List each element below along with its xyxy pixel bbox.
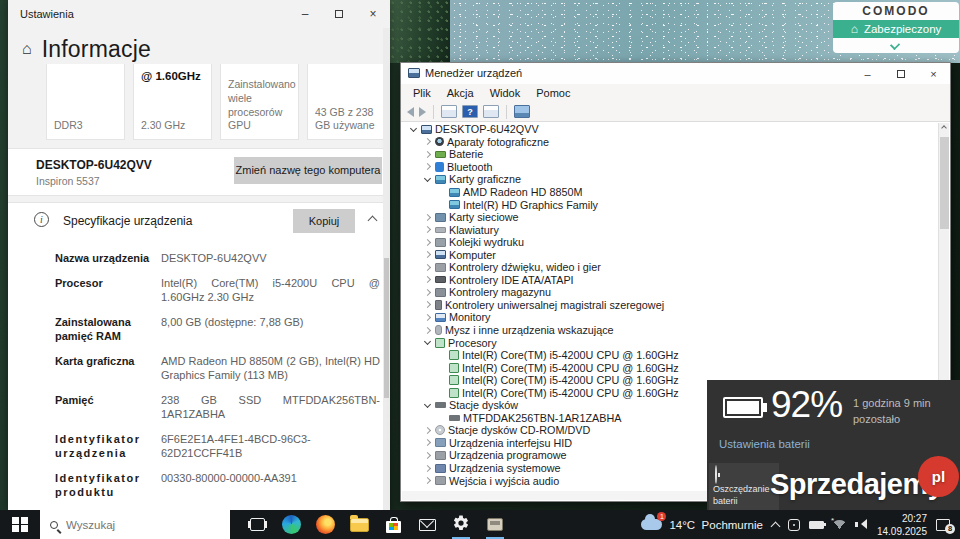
expander-icon[interactable]: [423, 338, 432, 347]
forward-icon[interactable]: [419, 107, 426, 117]
tree-item[interactable]: Kolejki wydruku: [402, 236, 938, 249]
taskbar-app-settings[interactable]: [444, 510, 478, 539]
scan-hardware-icon[interactable]: [483, 105, 499, 118]
tree-item-label: MTFDDAK256TBN-1AR1ZABHA: [463, 412, 621, 424]
back-icon[interactable]: [407, 107, 414, 117]
tray-clock[interactable]: 20:27 14.09.2025: [877, 512, 927, 538]
taskbar-app-explorer[interactable]: [342, 510, 376, 539]
expander-icon[interactable]: [423, 175, 432, 184]
comodo-expand-bar[interactable]: [833, 38, 959, 53]
expander-icon[interactable]: [423, 137, 432, 146]
expander-icon[interactable]: [423, 288, 432, 297]
desktop: Ustawienia – × ⌂ Informacje DDR3@ 1.60GH…: [0, 0, 960, 539]
tree-item-label: Kontrolery uniwersalnej magistrali szere…: [445, 299, 664, 311]
action-center-icon[interactable]: 8: [936, 519, 950, 531]
menu-item-akcja[interactable]: Akcja: [439, 87, 482, 99]
taskbar-search[interactable]: [40, 510, 230, 539]
spec-label: Karta graficzna: [55, 354, 153, 383]
expander-icon[interactable]: [423, 451, 432, 460]
start-button[interactable]: [0, 510, 40, 539]
scrollbar-thumb[interactable]: [940, 137, 949, 229]
maximize-button[interactable]: [322, 0, 356, 28]
expander-icon[interactable]: [423, 213, 432, 222]
tree-item[interactable]: DESKTOP-6U42QVV: [402, 123, 938, 136]
tray-volume-icon[interactable]: [855, 519, 868, 530]
scroll-up-icon[interactable]: [941, 125, 947, 131]
tree-item[interactable]: Monitory: [402, 311, 938, 324]
taskbar-app-task-view[interactable]: [240, 510, 274, 539]
tree-item[interactable]: Komputer: [402, 248, 938, 261]
expander-icon[interactable]: [423, 263, 432, 272]
expander-icon[interactable]: [423, 150, 432, 159]
tree-item[interactable]: Kontrolery dźwięku, wideo i gier: [402, 261, 938, 274]
devmgr-titlebar[interactable]: Menedżer urządzeń – ×: [401, 63, 950, 84]
expander-icon[interactable]: [423, 326, 432, 335]
tray-network-icon[interactable]: [833, 520, 846, 529]
menu-item-widok[interactable]: Widok: [482, 87, 529, 99]
tree-item[interactable]: Baterie: [402, 148, 938, 161]
copy-button[interactable]: Kopiuj: [293, 209, 355, 233]
tree-item[interactable]: Intel(R) HD Graphics Family: [402, 198, 938, 211]
properties-icon[interactable]: [441, 105, 457, 118]
settings-titlebar[interactable]: Ustawienia – ×: [8, 0, 390, 28]
tree-item[interactable]: Karty sieciowe: [402, 211, 938, 224]
expander-icon[interactable]: [423, 162, 432, 171]
storage-controller-icon: [435, 288, 446, 297]
settings-scrollbar[interactable]: [383, 28, 390, 510]
menu-item-plik[interactable]: Plik: [405, 87, 439, 99]
tree-item[interactable]: Kontrolery IDE ATA/ATAPI: [402, 274, 938, 287]
scrollbar-thumb[interactable]: [384, 258, 389, 398]
taskbar-app-edge[interactable]: [274, 510, 308, 539]
weather-widget[interactable]: 1 14°C Pochmurnie: [641, 519, 762, 531]
search-input[interactable]: [66, 519, 196, 531]
expander-icon[interactable]: [423, 250, 432, 259]
tree-item[interactable]: Intel(R) Core(TM) i5-4200U CPU @ 1.60GHz: [402, 349, 938, 362]
taskbar-app-firefox[interactable]: [308, 510, 342, 539]
close-button[interactable]: ×: [356, 0, 390, 28]
card-bottom-text: 2.30 GHz: [141, 119, 207, 133]
expander-icon[interactable]: [423, 426, 432, 435]
taskbar-app-store[interactable]: [376, 510, 410, 539]
expander-icon[interactable]: [423, 313, 432, 322]
tree-item[interactable]: Procesory: [402, 336, 938, 349]
expander-icon[interactable]: [423, 300, 432, 309]
expander-icon[interactable]: [423, 476, 432, 485]
tree-item[interactable]: Bluetooth: [402, 161, 938, 174]
expander-icon[interactable]: [409, 125, 418, 134]
collapse-chevron-icon[interactable]: [368, 216, 378, 226]
tray-device-icon[interactable]: [788, 519, 800, 531]
tree-item[interactable]: Kontrolery magazynu: [402, 286, 938, 299]
expander-icon[interactable]: [423, 225, 432, 234]
help-icon[interactable]: ?: [462, 105, 478, 118]
expander-icon[interactable]: [423, 464, 432, 473]
expander-icon[interactable]: [423, 401, 432, 410]
rename-computer-button[interactable]: Zmień nazwę tego komputera: [234, 157, 382, 184]
expander-icon[interactable]: [423, 238, 432, 247]
maximize-button[interactable]: [884, 63, 917, 84]
minimize-button[interactable]: –: [288, 0, 322, 28]
expander-icon[interactable]: [423, 438, 432, 447]
taskbar-app-mail[interactable]: [410, 510, 444, 539]
spec-row: Pamięć238 GB SSD MTFDDAK256TBN-1AR1ZABHA: [55, 393, 380, 422]
tree-item-label: Klawiatury: [449, 224, 499, 236]
tree-item[interactable]: Kontrolery uniwersalnej magistrali szere…: [402, 299, 938, 312]
comodo-status-bar[interactable]: ⌂ Zabezpieczony: [833, 20, 959, 38]
tree-item[interactable]: Aparaty fotograficzne: [402, 136, 938, 149]
battery-saver-tile[interactable]: Oszczędzanie baterii: [709, 463, 779, 510]
home-icon[interactable]: ⌂: [22, 41, 32, 57]
minimize-button[interactable]: –: [851, 63, 884, 84]
tree-item[interactable]: Mysz i inne urządzenia wskazujące: [402, 324, 938, 337]
battery-settings-link[interactable]: Ustawienia baterii: [719, 438, 810, 450]
tree-item[interactable]: AMD Radeon HD 8850M: [402, 186, 938, 199]
monitor-toolbar-icon[interactable]: [514, 105, 530, 118]
tree-item[interactable]: Klawiatury: [402, 223, 938, 236]
tray-battery-icon[interactable]: [809, 521, 824, 529]
tree-item[interactable]: Karty graficzne: [402, 173, 938, 186]
expander-icon[interactable]: [423, 275, 432, 284]
taskbar-app-device-manager[interactable]: [478, 510, 512, 539]
comodo-widget[interactable]: COMODO ⌂ Zabezpieczony: [833, 2, 959, 53]
tree-item[interactable]: Intel(R) Core(TM) i5-4200U CPU @ 1.60GHz: [402, 361, 938, 374]
tray-overflow-chevron-icon[interactable]: [770, 521, 780, 531]
menu-item-pomoc[interactable]: Pomoc: [528, 87, 578, 99]
close-button[interactable]: ×: [917, 63, 950, 84]
